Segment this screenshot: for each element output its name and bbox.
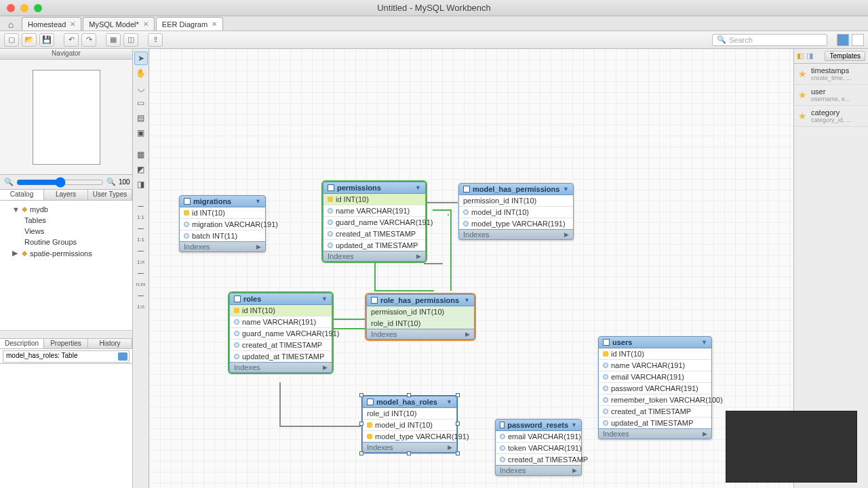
selection-handle[interactable] <box>359 451 363 455</box>
save-button[interactable]: 💾 <box>39 33 54 47</box>
rel-existing-tool[interactable]: ─ <box>134 289 148 302</box>
grid-button[interactable]: ▦ <box>106 33 121 47</box>
entity-users[interactable]: users▼ id INT(10) name VARCHAR(191) emai… <box>598 336 712 439</box>
key-icon <box>328 197 333 202</box>
left-panel-toggle[interactable] <box>837 34 849 46</box>
diagram-canvas[interactable]: migrations▼ id INT(10) migration VARCHAR… <box>149 49 793 488</box>
template-user[interactable]: ★userusername, e... <box>794 85 868 106</box>
tree-item-tables[interactable]: Tables <box>0 215 132 226</box>
entity-role-has-permissions[interactable]: role_has_permissions▼ permission_id INT(… <box>366 294 475 340</box>
ptab-properties[interactable]: Properties <box>44 339 88 348</box>
object-selector[interactable]: model_has_roles: Table <box>3 350 130 363</box>
new-file-button[interactable]: ▢ <box>4 33 19 47</box>
tree-scrollbar[interactable] <box>0 330 132 338</box>
tree-item-mydb[interactable]: ▼◆mydb <box>0 203 132 215</box>
indexes-label: Indexes <box>371 330 397 338</box>
ptab-history[interactable]: History <box>88 339 132 348</box>
entity-model-has-permissions[interactable]: model_has_permissions▼ permission_id INT… <box>458 183 574 240</box>
column: guard_name VARCHAR(191) <box>242 329 339 338</box>
selection-handle[interactable] <box>359 393 363 397</box>
chevron-right-icon: ▶ <box>465 331 470 338</box>
close-icon[interactable]: ✕ <box>143 20 149 28</box>
column: updated_at TIMESTAMP <box>336 241 418 249</box>
selection-handle[interactable] <box>456 422 460 426</box>
align-button[interactable]: ◫ <box>123 33 138 47</box>
maximize-icon[interactable] <box>34 4 42 12</box>
column: token VARCHAR(191) <box>508 444 582 452</box>
close-icon[interactable]: ✕ <box>212 20 217 28</box>
column-icon <box>603 409 608 414</box>
zoom-slider[interactable] <box>16 177 104 188</box>
entity-roles[interactable]: roles▼ id INT(10) name VARCHAR(191) guar… <box>229 293 332 373</box>
eraser-tool[interactable]: ◡ <box>134 81 148 95</box>
entity-permissions[interactable]: permissions▼ id INT(10) name VARCHAR(191… <box>323 182 426 262</box>
navigator-tabs: Catalog Layers User Types <box>0 190 132 201</box>
templates-tab[interactable]: Templates <box>825 51 865 61</box>
template-icon[interactable]: ◧ <box>797 52 804 60</box>
tab-homestead[interactable]: Homestead✕ <box>22 17 81 30</box>
home-icon[interactable]: ⌂ <box>4 18 18 30</box>
table-icon <box>463 186 470 192</box>
minimize-icon[interactable] <box>20 4 28 12</box>
nav-tab-catalog[interactable]: Catalog <box>0 190 44 200</box>
entity-password-resets[interactable]: password_resets▼ email VARCHAR(191) toke… <box>495 419 582 476</box>
hand-tool[interactable]: ✋ <box>134 66 148 80</box>
template-sub: username, e... <box>811 96 850 102</box>
template-timestamps[interactable]: ★timestampscreate_time, ... <box>794 64 868 85</box>
selection-handle[interactable] <box>456 393 460 397</box>
undo-button[interactable]: ↶ <box>64 33 79 47</box>
note-tool[interactable]: ▤ <box>134 111 148 125</box>
tree-item-spatie[interactable]: ▶◆spatie-permissions <box>0 247 132 259</box>
export-button[interactable]: ⇪ <box>148 33 163 47</box>
column-icon <box>234 354 239 359</box>
right-panel-toggle[interactable] <box>852 34 864 46</box>
rel-1-n-nonident-tool[interactable]: ─ <box>134 222 148 235</box>
pointer-tool[interactable]: ➤ <box>134 52 148 65</box>
column: id INT(10) <box>611 350 644 358</box>
indexes-label: Indexes <box>463 230 490 239</box>
zoom-out-icon[interactable]: 🔍 <box>4 178 14 186</box>
image-tool[interactable]: ▣ <box>134 126 148 140</box>
minimap[interactable] <box>0 60 132 175</box>
selection-handle[interactable] <box>359 422 363 426</box>
column: model_type VARCHAR(191) <box>471 220 566 228</box>
key-icon <box>603 351 608 357</box>
template-name: category <box>811 108 851 117</box>
entity-migrations[interactable]: migrations▼ id INT(10) migration VARCHAR… <box>179 195 266 252</box>
redo-button[interactable]: ↷ <box>81 33 96 47</box>
tab-mysql-model[interactable]: MySQL Model*✕ <box>83 17 155 30</box>
entity-model-has-roles[interactable]: model_has_roles▼ role_id INT(10) model_i… <box>362 396 457 453</box>
key-icon <box>367 434 372 439</box>
search-input[interactable]: 🔍Search <box>712 34 827 46</box>
selection-handle[interactable] <box>456 451 460 455</box>
rel-1-n-ident-tool[interactable]: ─ <box>134 244 148 258</box>
column: role_id INT(10) <box>371 319 420 327</box>
column: created_at TIMESTAMP <box>336 230 416 238</box>
ptab-description[interactable]: Description <box>0 339 44 348</box>
template-icon[interactable]: ◨ <box>806 52 813 60</box>
template-category[interactable]: ★categorycategory_id, ... <box>794 106 868 127</box>
routine-tool[interactable]: ◨ <box>134 178 148 191</box>
tree-item-views[interactable]: Views <box>0 226 132 237</box>
layer-tool[interactable]: ▭ <box>134 96 148 110</box>
rel-1-1-nonident-tool[interactable]: ─ <box>134 199 148 213</box>
close-icon[interactable]: ✕ <box>70 20 75 28</box>
column-icon <box>500 445 505 451</box>
column: id INT(10) <box>242 306 275 314</box>
tab-eer-diagram[interactable]: EER Diagram✕ <box>156 17 223 30</box>
view-tool[interactable]: ◩ <box>134 163 148 176</box>
indexes-label: Indexes <box>234 363 260 371</box>
nav-tab-layers[interactable]: Layers <box>44 190 88 200</box>
close-icon[interactable] <box>7 4 15 12</box>
tree-label: spatie-permissions <box>30 249 92 258</box>
open-file-button[interactable]: 📂 <box>22 33 37 47</box>
selection-handle[interactable] <box>407 451 411 455</box>
rel-n-m-tool[interactable]: ─ <box>134 266 148 280</box>
database-icon: ◆ <box>22 249 27 258</box>
nav-tab-usertypes[interactable]: User Types <box>88 190 132 200</box>
table-tool[interactable]: ▦ <box>134 148 148 161</box>
zoom-in-icon[interactable]: 🔍 <box>106 178 116 186</box>
tree-item-routines[interactable]: Routine Groups <box>0 237 132 247</box>
selection-handle[interactable] <box>407 393 411 397</box>
column-icon <box>328 231 333 237</box>
